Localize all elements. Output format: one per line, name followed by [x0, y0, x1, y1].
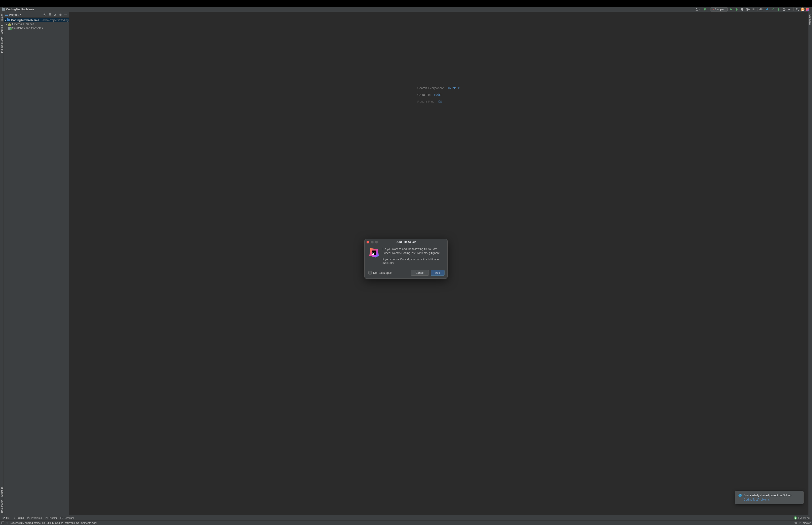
intellij-logo-icon: IJ	[368, 247, 380, 258]
git-update-icon[interactable]	[765, 7, 769, 12]
sidebar-tab-commit[interactable]: Commit	[0, 24, 4, 35]
svg-point-8	[44, 14, 46, 16]
sidebar-tab-pull-requests[interactable]: Pull Requests	[0, 35, 4, 54]
folder-icon	[7, 19, 10, 21]
bottom-tab-terminal[interactable]: Terminal	[59, 516, 75, 520]
hint-goto-shortcut: ⇧⌘O	[433, 93, 442, 96]
tree-node-scratches[interactable]: Scratches and Consoles	[4, 26, 69, 30]
notification-link[interactable]: CodingTestProblems	[744, 498, 800, 501]
sidebar-tab-database[interactable]: Database	[809, 13, 812, 27]
right-tool-gutter: Database	[808, 12, 812, 515]
svg-rect-2	[753, 9, 754, 10]
svg-rect-10	[64, 15, 67, 15]
branch-icon	[799, 522, 802, 524]
hint-recent-label: Recent Files	[417, 100, 434, 103]
status-message[interactable]: Successfully shared project on GitHub: C…	[10, 522, 97, 524]
git-history-icon[interactable]	[782, 7, 786, 12]
coverage-icon[interactable]	[740, 7, 745, 12]
project-tool-window: Project ▾ ▸ CodingTestProblems ~/IdeaPro…	[4, 12, 69, 515]
sidebar-tab-project[interactable]: Project	[0, 13, 4, 24]
status-bar: Successfully shared project on GitHub: C…	[0, 520, 812, 525]
bottom-tab-todo[interactable]: TODO	[11, 516, 25, 520]
svg-rect-18	[2, 522, 2, 524]
terminal-icon	[60, 516, 63, 519]
add-user-icon[interactable]: ▾	[695, 7, 700, 12]
navigation-bar: CodingTestProblems ▾ ✕ Sample ▾ Git:	[0, 7, 812, 12]
bottom-tab-git[interactable]: Git	[1, 516, 11, 520]
notification-title-text: Successfully shared project on GitHub	[744, 494, 791, 497]
info-icon: i	[738, 494, 742, 497]
git-push-icon[interactable]	[776, 7, 781, 12]
git-label: Git:	[760, 8, 763, 11]
collapse-all-icon[interactable]	[53, 13, 58, 17]
project-view-selector[interactable]: Project ▾	[5, 13, 42, 16]
tree-node-root[interactable]: ▸ CodingTestProblems ~/IdeaProjects/Codi…	[4, 18, 69, 22]
svg-point-19	[6, 522, 8, 524]
git-branch-widget[interactable]: master	[799, 522, 811, 524]
git-branch-icon	[2, 516, 5, 519]
stop-icon[interactable]	[751, 7, 756, 12]
hint-search-label: Search Everywhere	[417, 86, 444, 90]
git-commit-icon[interactable]	[770, 7, 775, 12]
run-icon[interactable]	[729, 7, 733, 12]
svg-rect-7	[5, 14, 8, 15]
folder-icon	[2, 8, 5, 11]
profiler-icon	[45, 516, 48, 519]
breadcrumb-project: CodingTestProblems	[6, 8, 34, 11]
svg-point-12	[3, 518, 3, 519]
breadcrumb[interactable]: CodingTestProblems	[2, 8, 34, 11]
add-button[interactable]: Add	[431, 270, 445, 276]
hide-panel-icon[interactable]	[63, 13, 68, 17]
git-rollback-icon[interactable]	[787, 7, 792, 12]
svg-point-13	[4, 517, 5, 518]
chevron-down-icon: ▾	[20, 14, 21, 16]
build-icon[interactable]	[703, 7, 707, 12]
svg-point-11	[3, 517, 3, 518]
dont-ask-again-checkbox[interactable]: Don't ask again	[368, 271, 393, 274]
left-tool-gutter: Project Commit Pull Requests Structure B…	[0, 12, 4, 515]
tool-windows-toggle-icon[interactable]	[1, 522, 4, 524]
chevron-right-icon[interactable]: ▸	[5, 19, 6, 21]
process-indicator-icon[interactable]	[6, 522, 9, 524]
cancel-button[interactable]: Cancel	[411, 270, 429, 276]
hint-search-shortcut: Double ⇧	[447, 86, 460, 90]
avatar[interactable]	[801, 7, 805, 11]
notification-balloon[interactable]: i Successfully shared project on GitHub …	[735, 491, 803, 504]
separator	[709, 7, 709, 11]
ide-settings-icon[interactable]	[806, 7, 810, 12]
hint-goto-label: Go to File	[417, 93, 430, 96]
error-icon: ✕	[712, 8, 714, 11]
dialog-title: Add File to Git	[365, 240, 447, 244]
profiler-icon[interactable]: ▾	[746, 7, 750, 12]
run-config-name: Sample	[715, 8, 724, 11]
event-count-badge: 3	[794, 516, 797, 520]
bottom-tab-profiler[interactable]: Profiler	[44, 516, 59, 520]
svg-rect-25	[372, 254, 374, 255]
inspections-icon[interactable]	[794, 522, 797, 524]
todo-icon	[13, 516, 16, 519]
chevron-right-icon[interactable]: ▸	[5, 23, 7, 25]
svg-text:IJ: IJ	[372, 252, 374, 254]
hint-recent-shortcut: ⌘E	[437, 100, 442, 103]
project-tree[interactable]: ▸ CodingTestProblems ~/IdeaProjects/Codi…	[4, 18, 69, 30]
bottom-tab-problems[interactable]: Problems	[26, 516, 43, 520]
gear-icon[interactable]	[58, 13, 63, 17]
bottom-tool-tabs: Git TODO Problems Profiler Terminal 3 Ev…	[0, 515, 812, 520]
scratches-icon	[8, 27, 12, 30]
sidebar-tab-bookmarks[interactable]: Bookmarks	[0, 498, 4, 514]
sidebar-tab-structure[interactable]: Structure	[0, 485, 4, 498]
dialog-titlebar[interactable]: Add File to Git	[365, 239, 447, 245]
bottom-tab-event-log[interactable]: 3 Event Log	[792, 516, 811, 520]
add-file-to-git-dialog: Add File to Git IJ Do you want to add th…	[364, 239, 448, 279]
search-icon[interactable]	[795, 7, 800, 12]
tree-node-external-libraries[interactable]: ▸ External Libraries	[4, 22, 69, 26]
run-configuration-selector[interactable]: ✕ Sample	[710, 7, 727, 12]
debug-icon[interactable]	[734, 7, 739, 12]
library-icon	[8, 23, 12, 26]
svg-rect-6	[5, 14, 8, 16]
svg-point-5	[802, 9, 803, 10]
select-opened-file-icon[interactable]	[43, 13, 47, 17]
welcome-screen: Search Everywhere Double ⇧ Go to File ⇧⌘…	[417, 86, 460, 103]
svg-point-9	[44, 14, 45, 15]
expand-all-icon[interactable]	[48, 13, 52, 17]
